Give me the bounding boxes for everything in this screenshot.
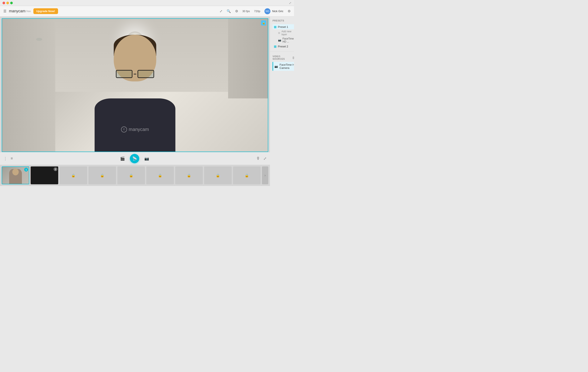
- preset-2-icon: ▦: [274, 45, 277, 48]
- person-glasses: [116, 70, 154, 78]
- topbar-right: ⤢ 🔍 ⚙ 30 fps 720p NG Nick Gric ⚙: [220, 8, 291, 14]
- preset-2-label: Preset 2: [278, 45, 294, 48]
- thumbnail-1[interactable]: 1: [2, 166, 29, 184]
- right-panel: PRESETS + ▦ Preset 1 ⊞ Add new layer: [270, 17, 294, 186]
- video-record-icon[interactable]: 🎬: [120, 156, 125, 161]
- user-area: NG Nick Gric: [264, 8, 283, 14]
- menu-icon[interactable]: ☰: [3, 9, 6, 13]
- room-left-wall: [2, 19, 55, 152]
- thumbnail-6[interactable]: 🔒: [146, 166, 174, 184]
- minimize-button[interactable]: [6, 2, 9, 4]
- logo-free-label: free: [26, 10, 31, 13]
- close-button[interactable]: [2, 2, 5, 4]
- thumb-4-lock-icon: 🔒: [100, 173, 104, 178]
- titlebar: ⤢: [0, 0, 294, 6]
- settings-icon[interactable]: ⚙: [235, 9, 238, 13]
- thumbnail-3[interactable]: 🔒: [60, 166, 87, 184]
- thumbnail-4[interactable]: 🔒: [88, 166, 116, 184]
- video-panel: © manycam 🔒 ⋮ ≡ 🎬 📡 📷 🎙 ⤢: [0, 17, 270, 186]
- thumb-7-lock-icon: 🔒: [187, 173, 191, 178]
- source-camera-icon: 📷: [274, 65, 278, 68]
- thumb-9-lock-icon: 🔒: [245, 173, 249, 178]
- maximize-button[interactable]: [10, 2, 13, 4]
- user-avatar: NG: [264, 8, 270, 14]
- video-sources-filter-button[interactable]: ⊞: [293, 56, 294, 60]
- facetime-layer-item[interactable]: 📷 FaceTime HD ... 🔒: [277, 37, 294, 44]
- thumbnail-8[interactable]: 🔒: [204, 166, 232, 184]
- resize-icon: ⤢: [289, 1, 292, 5]
- control-center: 🎬 📡 📷: [120, 154, 149, 163]
- person-body: [94, 98, 175, 152]
- facetime-layer-label: FaceTime HD ...: [283, 37, 294, 43]
- broadcast-button[interactable]: 📡: [130, 154, 139, 163]
- video-sources-section: VIDEO SOURCES ⊞ + 📷 FaceTime HD Camera: [270, 53, 294, 72]
- video-background: © manycam: [2, 19, 268, 152]
- add-layer-label: Add new layer: [282, 30, 294, 36]
- layer-camera-icon: 📷: [278, 39, 281, 42]
- video-lock-icon: 🔒: [261, 21, 266, 25]
- dots-menu-icon[interactable]: ⋮: [3, 156, 7, 161]
- person-head: [114, 35, 156, 81]
- room-right-wall: [228, 19, 268, 98]
- crop-icon[interactable]: ⤢: [220, 9, 222, 13]
- titlebar-right: ⤢: [289, 1, 292, 5]
- presets-section: PRESETS + ▦ Preset 1 ⊞ Add new layer: [270, 17, 294, 50]
- control-right: 🎙 ⤢: [256, 156, 267, 161]
- presets-title: PRESETS: [273, 19, 284, 22]
- preset-item-2[interactable]: ▦ Preset 2: [273, 44, 294, 49]
- thumb-1-head: [12, 169, 19, 175]
- user-name: Nick Gric: [272, 10, 283, 13]
- add-layer-button[interactable]: ⊞ Add new layer: [277, 29, 294, 37]
- facetime-source-label: FaceTime HD Camera: [280, 63, 294, 70]
- zoom-icon[interactable]: 🔍: [227, 9, 231, 13]
- thumb-1-badge: 1: [24, 168, 28, 171]
- thumb-5-lock-icon: 🔒: [129, 173, 133, 178]
- video-sources-actions: ⊞ +: [293, 56, 294, 60]
- preset-1-label: Preset 1: [278, 25, 294, 29]
- upgrade-button[interactable]: Upgrade Now!: [33, 8, 58, 14]
- thumb-6-lock-icon: 🔒: [158, 173, 162, 178]
- facetime-source-item[interactable]: 📷 FaceTime HD Camera: [273, 62, 294, 71]
- thumbnail-2[interactable]: 2: [31, 166, 58, 184]
- add-layer-icon: ⊞: [278, 32, 280, 34]
- lines-menu-icon[interactable]: ≡: [11, 156, 13, 161]
- thumbnail-9[interactable]: 🔒: [233, 166, 261, 184]
- mic-icon[interactable]: 🎙: [256, 156, 260, 161]
- person-silhouette: [82, 28, 188, 152]
- presets-panel: PRESETS + ▦ Preset 1 ⊞ Add new layer: [270, 17, 294, 186]
- main-content: © manycam 🔒 ⋮ ≡ 🎬 📡 📷 🎙 ⤢: [0, 17, 294, 186]
- thumbnail-5[interactable]: 🔒: [117, 166, 145, 184]
- expand-icon[interactable]: ⤢: [263, 156, 267, 161]
- logo: manycam free: [9, 9, 31, 13]
- logo-text: manycam: [9, 9, 25, 13]
- control-left: ⋮ ≡: [3, 156, 13, 161]
- preset-1-icon: ▦: [274, 25, 277, 29]
- thumb-3-lock-icon: 🔒: [71, 173, 75, 178]
- watermark: © manycam: [121, 127, 149, 132]
- glasses-right: [137, 70, 154, 78]
- video-sources-header: VIDEO SOURCES ⊞ +: [273, 55, 294, 60]
- resolution-display: 720p: [254, 10, 260, 13]
- smoke-detector: [36, 38, 42, 41]
- topbar: ☰ manycam free Upgrade Now! ⤢ 🔍 ⚙ 30 fps…: [0, 6, 294, 17]
- video-sources-title: VIDEO SOURCES: [273, 55, 293, 60]
- thumb-8-lock-icon: 🔒: [216, 173, 220, 178]
- preset-1-children: ⊞ Add new layer 📷 FaceTime HD ... 🔒: [277, 29, 294, 44]
- preset-item-1[interactable]: ▦ Preset 1: [273, 24, 294, 29]
- thumbnails-next-button[interactable]: ›: [262, 166, 268, 184]
- thumbnails-strip: 1 2 🔒 🔒 🔒 🔒 🔒 🔒: [0, 165, 270, 186]
- traffic-lights: [2, 2, 13, 4]
- watermark-text: manycam: [129, 127, 149, 132]
- gear-icon[interactable]: ⚙: [288, 9, 291, 13]
- thumbnail-7[interactable]: 🔒: [175, 166, 203, 184]
- glasses-left: [116, 70, 132, 78]
- presets-header: PRESETS +: [273, 19, 294, 22]
- watermark-logo: ©: [121, 127, 127, 132]
- glasses-bridge: [134, 74, 136, 74]
- video-preview: © manycam 🔒: [2, 18, 268, 152]
- control-bar: ⋮ ≡ 🎬 📡 📷 🎙 ⤢: [0, 152, 270, 165]
- thumb-2-badge: 2: [53, 167, 57, 171]
- fps-display: 30 fps: [242, 10, 250, 13]
- camera-capture-icon[interactable]: 📷: [144, 156, 149, 161]
